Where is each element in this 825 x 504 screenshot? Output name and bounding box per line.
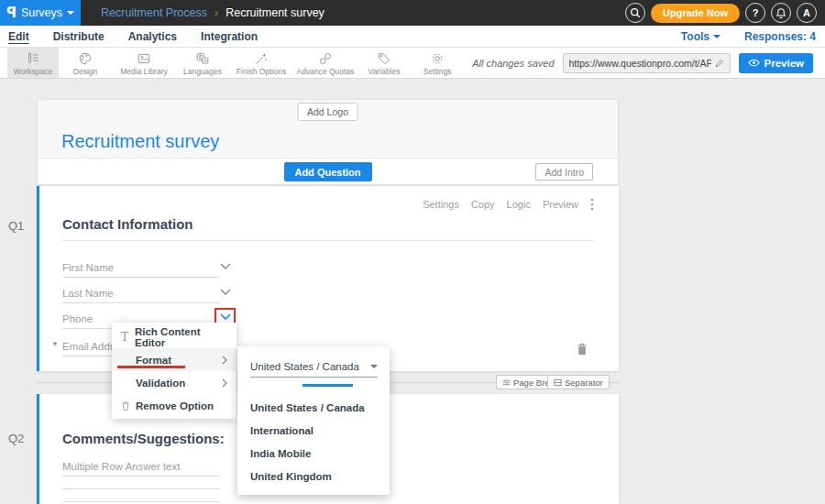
surveys-product-menu[interactable]: P Surveys: [0, 0, 81, 26]
breadcrumb: Recruitment Process › Recruitment survey: [101, 6, 324, 19]
search-button[interactable]: [625, 3, 645, 23]
toolbar-item-languages[interactable]: A Languages: [176, 48, 229, 78]
separator-icon: [554, 378, 562, 387]
eye-icon: [748, 59, 760, 67]
tab-distribute[interactable]: Distribute: [53, 30, 104, 43]
multirow-answer-field[interactable]: Multiple Row Answer text: [62, 455, 220, 477]
breadcrumb-separator: ›: [214, 6, 218, 19]
tab-analytics[interactable]: Analytics: [128, 30, 177, 43]
select-caret-icon: [370, 365, 378, 368]
trash-icon: [121, 400, 136, 411]
separator-label: Separator: [565, 378, 603, 388]
question-settings-link[interactable]: Settings: [423, 199, 459, 210]
avatar-initial: A: [803, 7, 810, 18]
languages-icon: A: [195, 51, 210, 66]
annotation-underline: [117, 366, 185, 368]
field-first-name[interactable]: First Name: [62, 256, 220, 278]
advance-quotas-icon: [318, 51, 333, 66]
page-break-icon: [502, 378, 511, 387]
chevron-down-icon: [713, 35, 720, 38]
survey-header-card: Add Logo Recruitment survey Add Question…: [37, 99, 619, 185]
toolbar-item-advance-quotas[interactable]: Advance Quotas: [293, 48, 358, 78]
add-question-button[interactable]: Add Question: [283, 162, 371, 181]
section-tabs: Edit Distribute Analytics Integration To…: [0, 26, 825, 48]
chevron-down-icon[interactable]: [220, 289, 231, 295]
tab-edit[interactable]: Edit: [8, 30, 29, 43]
format-option-us-canada[interactable]: United States / Canada: [250, 397, 365, 420]
chevron-right-icon: [222, 356, 227, 365]
survey-url-field[interactable]: https://www.questionpro.com/t/APNrFZ: [563, 53, 731, 73]
questionpro-logo: P: [6, 5, 16, 21]
question-logic-link[interactable]: Logic: [507, 199, 531, 210]
breadcrumb-current: Recruitment survey: [226, 6, 324, 19]
option-context-menu: T Rich Content Editor Format Validation …: [112, 323, 236, 419]
toolbar-item-design[interactable]: Design: [59, 48, 112, 78]
app-window: P Surveys Recruitment Process › Recruitm…: [0, 0, 825, 504]
workspace-icon: [26, 51, 40, 66]
chevron-right-icon: [222, 378, 227, 388]
question-title[interactable]: Comments/Suggestions:: [62, 431, 225, 446]
format-selected-value: United States / Canada: [250, 361, 370, 372]
trash-icon[interactable]: [577, 343, 588, 356]
question-copy-link[interactable]: Copy: [471, 199, 495, 210]
avatar[interactable]: A: [797, 3, 817, 23]
question-number-q1: Q1: [8, 219, 24, 233]
media-library-icon: [137, 51, 151, 66]
title-divider: [62, 240, 594, 241]
toolbar-item-settings[interactable]: Settings: [411, 48, 464, 78]
responses-count[interactable]: Responses: 4: [744, 30, 816, 43]
preview-label: Preview: [764, 58, 804, 69]
help-button[interactable]: ?: [745, 3, 765, 23]
required-marker: *: [53, 340, 57, 351]
search-icon: [630, 7, 641, 18]
toolbar-item-variables[interactable]: Variables: [358, 48, 411, 78]
finish-options-icon: [254, 51, 269, 66]
answer-line: [62, 501, 220, 502]
format-submenu-panel: United States / Canada United States / C…: [237, 346, 390, 495]
question-number-q2: Q2: [8, 432, 24, 445]
format-option-united-kingdom[interactable]: United Kingdom: [250, 466, 332, 488]
variables-icon: [377, 51, 391, 66]
tools-label: Tools: [681, 30, 710, 43]
field-last-name[interactable]: Last Name: [62, 281, 220, 303]
question-title[interactable]: Contact Information: [62, 216, 193, 232]
format-option-india-mobile[interactable]: India Mobile: [250, 443, 311, 466]
question-preview-link[interactable]: Preview: [543, 199, 578, 210]
answer-line: [62, 488, 220, 489]
format-option-international[interactable]: International: [250, 420, 314, 443]
menu-item-validation[interactable]: Validation: [112, 371, 236, 394]
format-select[interactable]: United States / Canada: [250, 356, 378, 378]
top-navbar: P Surveys Recruitment Process › Recruitm…: [0, 0, 825, 26]
tab-integration[interactable]: Integration: [201, 30, 258, 43]
breadcrumb-folder[interactable]: Recruitment Process: [101, 6, 207, 19]
notifications-button[interactable]: [771, 3, 791, 23]
bell-icon: [776, 7, 786, 19]
settings-icon: [430, 51, 445, 66]
more-options-icon[interactable]: [590, 198, 594, 211]
menu-item-remove-option[interactable]: Remove Option: [112, 394, 236, 417]
toolbar-item-media-library[interactable]: Media Library: [112, 48, 176, 78]
upgrade-now-button[interactable]: Upgrade Now: [651, 4, 740, 23]
save-status: All changes saved: [472, 58, 554, 69]
toolbar-item-finish-options[interactable]: Finish Options: [229, 48, 293, 78]
svg-text:A: A: [204, 58, 207, 63]
survey-title[interactable]: Recruitment survey: [61, 131, 219, 152]
design-icon: [78, 51, 93, 66]
add-intro-button[interactable]: Add Intro: [535, 163, 593, 181]
toolbar-item-workspace[interactable]: Workspace: [7, 48, 59, 78]
edit-url-icon[interactable]: [715, 59, 724, 68]
help-icon: ?: [753, 7, 759, 18]
text-format-icon: T: [121, 331, 135, 344]
menu-item-rich-content-editor[interactable]: T Rich Content Editor: [112, 325, 236, 348]
preview-button[interactable]: Preview: [739, 53, 813, 73]
product-menu-label: Surveys: [21, 6, 62, 19]
chevron-down-icon[interactable]: [220, 263, 231, 269]
navbar-right-actions: Upgrade Now ? A: [625, 3, 825, 23]
tools-menu[interactable]: Tools: [681, 30, 720, 43]
separator-button[interactable]: Separator: [547, 375, 610, 389]
add-logo-button[interactable]: Add Logo: [297, 103, 358, 121]
question-actions: Settings Copy Logic Preview: [423, 198, 594, 211]
chevron-down-icon: [67, 11, 74, 15]
edit-toolbar: Workspace Design Media Library A Languag…: [0, 48, 825, 79]
active-indicator: [302, 384, 353, 387]
